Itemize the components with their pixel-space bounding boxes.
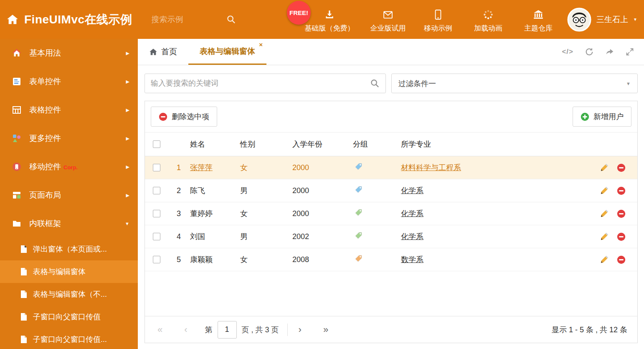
tag-icon [355, 186, 363, 194]
nav-enterprise-trial[interactable]: 企业版试用 [365, 6, 411, 33]
refresh-icon[interactable] [585, 47, 594, 56]
mobile-icon [434, 9, 443, 20]
major-link[interactable]: 化学系 [401, 186, 423, 195]
page-number-input[interactable] [218, 321, 237, 339]
gender-cell: 女 [239, 163, 292, 173]
delete-selected-button[interactable]: 删除选中项 [151, 107, 217, 127]
keyword-search-box [145, 74, 386, 93]
edit-row-button[interactable] [600, 163, 609, 172]
home-tab-icon [149, 48, 157, 56]
major-link[interactable]: 化学系 [401, 209, 423, 218]
nav-loading-animation[interactable]: 加载动画 [465, 6, 511, 33]
sidebar-subitem-popup-window[interactable]: 弹出窗体（本页面或... [0, 238, 138, 260]
row-checkbox[interactable] [153, 164, 160, 171]
delete-row-button[interactable] [617, 163, 626, 172]
nav-label: 主题仓库 [524, 23, 553, 33]
delete-row-button[interactable] [617, 232, 626, 241]
row-checkbox[interactable] [153, 210, 160, 217]
sidebar-subitem-label: 表格与编辑窗体 [33, 267, 86, 277]
user-menu[interactable]: 三生石上 ▼ [567, 0, 637, 39]
prev-page-button[interactable]: ‹ [184, 325, 187, 334]
filter-row: 过滤条件一 ▼ [138, 65, 644, 101]
tab-home[interactable]: 首页 [138, 39, 188, 65]
chevron-down-icon: ▼ [125, 221, 129, 226]
tab-tools: </> [562, 39, 644, 65]
nav-label: 加载动画 [474, 23, 502, 33]
keyword-search-input[interactable] [151, 79, 370, 88]
top-header: FineUIMvc在线示例 FREE! 基础版（免费） 企业版试用 移动示例 加… [0, 0, 644, 39]
delete-row-button[interactable] [617, 186, 626, 195]
major-link[interactable]: 化学系 [401, 232, 423, 241]
table-row[interactable]: 2 陈飞 男 2000 化学系 [145, 179, 637, 202]
add-user-button[interactable]: 新增用户 [573, 107, 631, 127]
close-icon[interactable]: × [259, 41, 263, 48]
record-summary: 显示 1 - 5 条 , 共 12 条 [552, 325, 627, 335]
row-checkbox[interactable] [153, 256, 160, 263]
sidebar-item-basic-usage[interactable]: 基本用法 ▶ [0, 39, 138, 67]
last-page-button[interactable]: » [323, 325, 328, 334]
table-row[interactable]: 3 董婷婷 女 2000 化学系 [145, 202, 637, 225]
edit-row-button[interactable] [600, 209, 609, 218]
download-icon [323, 9, 336, 20]
gender-cell: 男 [239, 186, 292, 196]
col-year: 入学年份 [292, 139, 352, 149]
table-row[interactable]: 1 张萍萍 女 2000 材料科学与工程系 [145, 156, 637, 179]
edit-row-button[interactable] [600, 255, 609, 264]
sidebar-item-form-controls[interactable]: 表单控件 ▶ [0, 67, 138, 96]
layout-icon [11, 190, 23, 200]
sidebar-item-more-controls[interactable]: 更多控件 ▶ [0, 124, 138, 153]
delete-row-button[interactable] [617, 209, 626, 218]
major-link[interactable]: 材料科学与工程系 [401, 163, 461, 172]
minus-circle-icon [617, 232, 626, 241]
filter-dropdown[interactable]: 过滤条件一 ▼ [391, 74, 638, 93]
sidebar-subitem-grid-edit-window-2[interactable]: 表格与编辑窗体（不... [0, 283, 138, 306]
table-row[interactable]: 4 刘国 男 2002 化学系 [145, 225, 637, 248]
maximize-icon[interactable] [626, 48, 634, 56]
student-name: 刘国 [190, 232, 205, 241]
file-icon [20, 290, 28, 298]
row-checkbox[interactable] [153, 233, 160, 240]
major-link[interactable]: 数学系 [401, 255, 423, 264]
nav-mobile-demo[interactable]: 移动示例 [415, 6, 461, 33]
share-icon[interactable] [605, 48, 614, 56]
home-icon [11, 48, 23, 58]
bank-icon [532, 9, 544, 20]
header-search-input[interactable] [152, 15, 221, 24]
search-icon[interactable] [370, 79, 380, 88]
minus-circle-icon [159, 112, 167, 121]
sidebar-item-label: 更多控件 [29, 133, 61, 144]
search-icon[interactable] [226, 15, 236, 24]
tab-grid-edit-window[interactable]: 表格与编辑窗体 × [188, 39, 266, 65]
sidebar-item-page-layout[interactable]: 页面布局 ▶ [0, 181, 138, 209]
minus-circle-icon [617, 255, 626, 264]
year-cell: 2000 [292, 163, 352, 172]
sidebar-item-inline-frame[interactable]: 内联框架 ▼ [0, 209, 138, 238]
sidebar-subitem-label: 子窗口向父窗口传值 [33, 312, 101, 322]
student-name[interactable]: 张萍萍 [190, 163, 213, 172]
user-name: 三生石上 [596, 14, 628, 25]
mobile-controls-icon [11, 162, 23, 172]
col-name: 姓名 [189, 139, 239, 149]
nav-label: 基础版（免费） [305, 23, 355, 33]
arrow-right-icon: ▶ [126, 107, 129, 113]
sidebar-subitem-grid-edit-window[interactable]: 表格与编辑窗体 [0, 260, 138, 283]
view-source-icon[interactable]: </> [562, 48, 573, 56]
edit-row-button[interactable] [600, 232, 609, 241]
edit-row-button[interactable] [600, 186, 609, 195]
sidebar-subitem-child-to-parent[interactable]: 子窗口向父窗口传值 [0, 306, 138, 328]
sidebar-subitem-child-to-parent-2[interactable]: 子窗口向父窗口传值... [0, 328, 138, 349]
next-page-button[interactable]: › [299, 325, 302, 334]
tab-label: 表格与编辑窗体 [200, 46, 255, 57]
sidebar-item-mobile-controls[interactable]: 移动控件 Corp. ▶ [0, 153, 138, 181]
brand[interactable]: FineUIMvc在线示例 [0, 12, 132, 28]
row-checkbox[interactable] [153, 187, 160, 194]
gender-cell: 女 [239, 209, 292, 219]
spinner-icon [482, 9, 494, 20]
table-row[interactable]: 5 康颖颖 女 2008 数学系 [145, 248, 637, 271]
delete-row-button[interactable] [617, 255, 626, 264]
first-page-button[interactable]: « [157, 325, 162, 334]
select-all-checkbox[interactable] [153, 140, 160, 148]
pencil-icon [600, 209, 609, 218]
nav-theme-store[interactable]: 主题仓库 [515, 6, 561, 33]
sidebar-item-grid-controls[interactable]: 表格控件 ▶ [0, 96, 138, 124]
